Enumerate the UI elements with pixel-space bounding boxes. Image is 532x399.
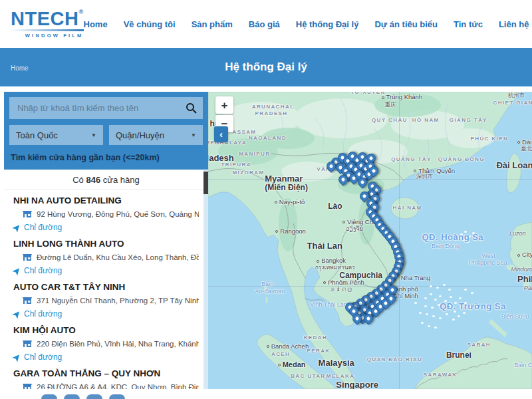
footer-icon-partial (41, 394, 57, 399)
store-item[interactable]: NHI NA AUTO DETAILING 92 Hùng Vương, Đôn… (4, 190, 208, 233)
search-icon[interactable] (186, 102, 197, 116)
store-address: Đường Lê Duẩn, Khu Cầu Xéo, Long Thành, … (23, 253, 199, 261)
province-select[interactable]: Toàn Quốc ▼ (9, 125, 103, 145)
store-item[interactable]: LINH LONG THÀNH AUTO Đường Lê Duẩn, Khu … (4, 233, 208, 276)
directions-button[interactable]: Chỉ đường (13, 352, 199, 362)
store-name: GARA TOÀN THẮNG – QUY NHƠN (13, 368, 199, 378)
nav-item-news[interactable]: Tin tức (454, 19, 483, 29)
search-input[interactable] (9, 97, 203, 119)
nav-item-pricing[interactable]: Báo giá (249, 19, 280, 29)
dealer-locator: Toàn Quốc ▼ Quận/Huyện ▼ Tìm kiếm cửa hà… (4, 92, 532, 389)
map-markers-layer (208, 92, 532, 389)
store-name: KIM HỘI AUTO (13, 325, 199, 335)
district-select[interactable]: Quận/Huyện ▼ (109, 125, 203, 145)
nav-item-dealers[interactable]: Hệ thống Đại lý (296, 19, 359, 29)
nav-item-products[interactable]: Sản phẩm (192, 19, 233, 29)
directions-button[interactable]: Chỉ đường (13, 309, 199, 319)
navigation-arrow-icon (12, 222, 22, 232)
store-address: 371 Nguyễn Chí Thanh, Phường 2, TP Tây N… (23, 297, 199, 305)
store-count: Có 846 cửa hàng (4, 170, 208, 190)
sidebar-scrollbar[interactable] (203, 170, 208, 389)
navigation-arrow-icon (12, 352, 22, 362)
shop-icon (23, 340, 32, 348)
province-select-value: Toàn Quốc (16, 130, 58, 140)
page-title: Hệ thống Đại lý (225, 61, 307, 74)
store-name: NHI NA AUTO DETAILING (13, 196, 199, 205)
filter-panel: Toàn Quốc ▼ Quận/Huyện ▼ Tìm kiếm cửa hà… (4, 92, 208, 170)
directions-button[interactable]: Chỉ đường (13, 266, 199, 275)
store-count-number: 846 (86, 175, 100, 185)
store-address: 220 Điện Biên Phủ, Vĩnh Hải, Nha Trang, … (23, 340, 199, 348)
main-nav: Home Về chúng tôi Sản phẩm Báo giá Hệ th… (84, 19, 529, 29)
logo[interactable]: NTECH® WINDOW FILM (11, 9, 84, 39)
chevron-down-icon: ▼ (91, 132, 96, 138)
store-item[interactable]: AUTO CAR T&T TÂY NINH 371 Nguyễn Chí Tha… (4, 276, 208, 319)
shop-icon (23, 297, 32, 305)
footer-icon-partial (64, 394, 80, 399)
footer-icon-partial (86, 394, 102, 399)
nav-item-home[interactable]: Home (84, 19, 108, 29)
sidebar-collapse-button[interactable]: ‹ (214, 126, 228, 142)
logo-text: NTECH® (11, 9, 84, 29)
map-canvas[interactable]: TỨ XUYÊNTrùng Khánh重庆杭州市CHIẾT GIANGQUÝ C… (208, 92, 532, 389)
page-title-bar: Home Hệ thống Đại lý (0, 48, 532, 86)
breadcrumb[interactable]: Home (11, 65, 29, 72)
shop-icon (23, 253, 32, 261)
chevron-down-icon: ▼ (191, 132, 196, 138)
store-sidebar: Toàn Quốc ▼ Quận/Huyện ▼ Tìm kiếm cửa hà… (4, 92, 208, 389)
store-address: 26 ĐƯỜNG A6 & A4, KDC, Quy Nhơn, Bình Đị… (23, 383, 199, 389)
map-zoom-in-button[interactable]: + (215, 96, 233, 114)
logo-tagline: WINDOW FILM (11, 33, 84, 39)
navigation-arrow-icon (12, 309, 22, 319)
scrollbar-thumb[interactable] (203, 172, 208, 194)
navigation-arrow-icon (12, 265, 22, 275)
store-name: LINH LONG THÀNH AUTO (13, 239, 199, 249)
nav-item-about[interactable]: Về chúng tôi (124, 19, 176, 29)
footer-icon-partial (109, 394, 125, 399)
store-item[interactable]: GARA TOÀN THẮNG – QUY NHƠN 26 ĐƯỜNG A6 &… (4, 362, 208, 389)
shop-icon (23, 210, 32, 218)
shop-icon (23, 383, 32, 389)
district-select-value: Quận/Huyện (116, 130, 164, 140)
directions-button[interactable]: Chỉ đường (13, 223, 199, 232)
near-me-link[interactable]: Tìm kiếm cửa hàng gần bạn (<=20km) (9, 151, 203, 168)
store-name: AUTO CAR T&T TÂY NINH (13, 282, 199, 292)
nav-item-projects[interactable]: Dự án tiêu biểu (374, 19, 438, 29)
store-item[interactable]: KIM HỘI AUTO 220 Điện Biên Phủ, Vĩnh Hải… (4, 319, 208, 362)
store-address: 92 Hùng Vương, Đông Phú, Quế Sơn, Quảng … (23, 210, 199, 218)
nav-item-contact[interactable]: Liên hệ (499, 19, 529, 29)
store-list: NHI NA AUTO DETAILING 92 Hùng Vương, Đôn… (4, 190, 208, 389)
site-header: NTECH® WINDOW FILM Home Về chúng tôi Sản… (0, 0, 532, 48)
footer-strip (0, 389, 532, 399)
logo-underline (11, 29, 84, 31)
